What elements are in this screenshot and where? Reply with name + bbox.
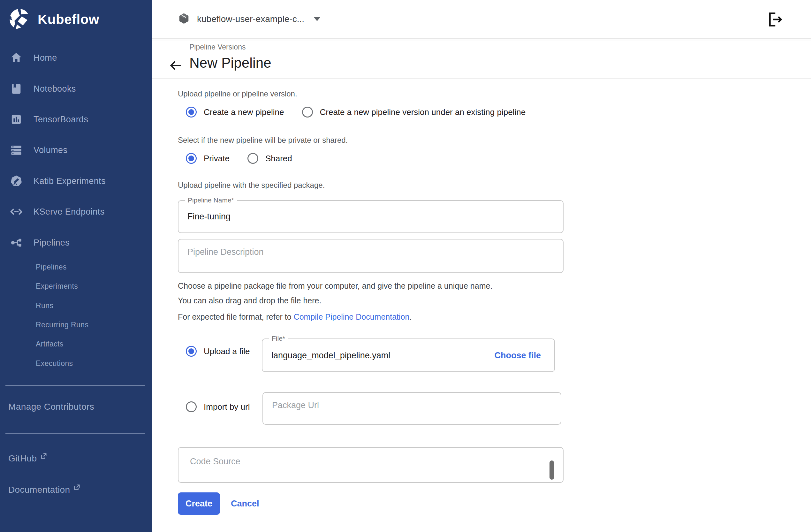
page-title: New Pipeline (189, 55, 271, 71)
cancel-button[interactable]: Cancel (231, 492, 259, 515)
radio-private[interactable]: Private (186, 153, 230, 164)
compile-pipeline-documentation-link[interactable]: Compile Pipeline Documentation (294, 312, 410, 321)
code-source-field (178, 447, 564, 483)
radio-upload-a-file[interactable]: Upload a file (186, 346, 250, 357)
create-button[interactable]: Create (178, 492, 220, 515)
top-bar: kubeflow-user-example-c... (152, 0, 811, 39)
radio-selected-icon (186, 107, 197, 118)
file-field: File* language_model_pipeline.yaml Choos… (262, 338, 555, 372)
katib-experiments-icon (9, 174, 24, 188)
sidebar-item-home[interactable]: Home (0, 49, 152, 66)
namespace-selector[interactable]: kubeflow-user-example-c... (178, 0, 320, 38)
back-arrow-button[interactable] (168, 58, 183, 73)
sidebar-subitem-pipelines[interactable]: Pipelines (36, 260, 67, 274)
sidebar-item-katib[interactable]: Katib Experiments (0, 173, 152, 189)
sidebar: Kubeflow Home Notebooks TensorBoards (0, 0, 152, 532)
radio-create-pipeline-version[interactable]: Create a new pipeline version under an e… (302, 107, 526, 118)
pipeline-name-field: Pipeline Name* (178, 200, 564, 233)
sidebar-item-notebooks[interactable]: Notebooks (0, 80, 152, 97)
new-pipeline-form: Upload pipeline or pipeline version. Cre… (152, 79, 811, 532)
notebook-icon (9, 81, 24, 96)
choose-file-button[interactable]: Choose file (494, 350, 541, 360)
visibility-hint: Select if the new pipeline will be priva… (178, 136, 348, 145)
home-icon (9, 50, 24, 65)
pipeline-type-radio-group: Create a new pipeline Create a new pipel… (186, 107, 525, 118)
file-format-hint: For expected file format, refer to Compi… (178, 309, 412, 324)
kubeflow-logo[interactable]: Kubeflow (7, 7, 99, 32)
radio-unselected-icon (247, 153, 258, 164)
radio-unselected-icon (302, 107, 313, 118)
package-hint: Upload pipeline with the specified packa… (178, 181, 325, 190)
radio-selected-icon (186, 346, 197, 357)
choose-file-hint: Choose a pipeline package file from your… (178, 278, 492, 308)
sidebar-subitem-runs[interactable]: Runs (36, 299, 53, 313)
brand-name: Kubeflow (38, 12, 99, 27)
sidebar-item-kserve[interactable]: KServe Endpoints (0, 203, 152, 220)
sidebar-divider (5, 433, 145, 434)
sidebar-item-tensorboards[interactable]: TensorBoards (0, 111, 152, 128)
kserve-endpoints-icon (9, 204, 24, 219)
file-label: File* (269, 335, 288, 342)
radio-shared[interactable]: Shared (247, 153, 292, 164)
external-link-icon (40, 452, 47, 462)
logout-button[interactable] (766, 10, 784, 29)
radio-selected-icon (186, 153, 197, 164)
radio-unselected-icon (186, 401, 197, 412)
bar-chart-icon (9, 112, 24, 127)
code-source-input[interactable] (179, 448, 563, 482)
sidebar-item-volumes[interactable]: Volumes (0, 142, 152, 158)
sidebar-subitem-recurring-runs[interactable]: Recurring Runs (36, 318, 89, 332)
pipeline-name-input[interactable] (179, 201, 563, 232)
sidebar-item-manage-contributors[interactable]: Manage Contributors (8, 402, 94, 412)
scrollbar-thumb[interactable] (550, 460, 554, 480)
upload-hint: Upload pipeline or pipeline version. (178, 89, 297, 98)
pipelines-icon (9, 235, 24, 250)
main-area: kubeflow-user-example-c... Pipeline Vers… (152, 0, 811, 532)
radio-create-new-pipeline[interactable]: Create a new pipeline (186, 107, 284, 118)
visibility-radio-group: Private Shared (186, 153, 292, 164)
package-url-input[interactable] (263, 393, 561, 424)
sidebar-divider (5, 385, 145, 386)
breadcrumb[interactable]: Pipeline Versions (189, 43, 246, 51)
namespace-cube-icon (178, 13, 190, 26)
sidebar-subitem-experiments[interactable]: Experiments (36, 279, 78, 293)
pipeline-description-field (178, 239, 564, 273)
sidebar-subitem-artifacts[interactable]: Artifacts (36, 337, 63, 351)
volumes-icon (9, 143, 24, 157)
radio-import-by-url[interactable]: Import by url (186, 401, 250, 412)
external-link-icon (74, 483, 80, 493)
kubeflow-pipelines-page: Kubeflow Home Notebooks TensorBoards (0, 0, 811, 532)
chevron-down-icon (314, 17, 320, 21)
kubeflow-logo-icon (7, 7, 31, 32)
sidebar-link-documentation[interactable]: Documentation (8, 485, 80, 495)
sidebar-subitem-executions[interactable]: Executions (36, 356, 73, 370)
package-url-field (262, 392, 561, 425)
sidebar-link-github[interactable]: GitHub (8, 454, 47, 463)
file-name-value: language_model_pipeline.yaml (271, 350, 390, 360)
pipeline-description-input[interactable] (179, 240, 563, 272)
sidebar-item-pipelines[interactable]: Pipelines (0, 234, 152, 251)
namespace-name: kubeflow-user-example-c... (197, 14, 304, 24)
page-header: Pipeline Versions New Pipeline (152, 40, 811, 79)
